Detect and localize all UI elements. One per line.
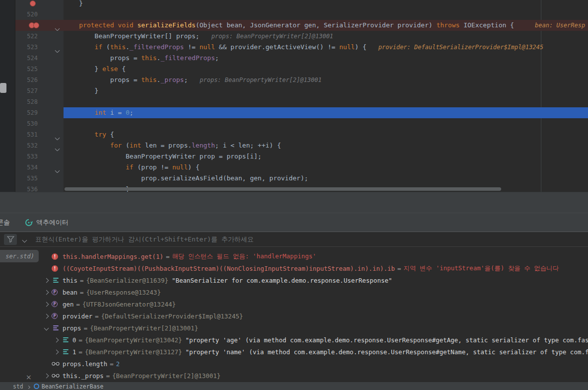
tab-actuator-label: 액추에이터 [36,218,68,227]
variable-row[interactable]: 0={BeanPropertyWriter@13042}"property 'a… [0,334,588,346]
breakpoint-icon[interactable] [30,0,36,6]
expand-chevron-icon[interactable] [55,350,62,354]
variable-row[interactable]: props={BeanPropertyWriter[2]@13001} [0,322,588,334]
code-line-text[interactable]: for (int len = props.length; i < len; ++… [64,140,588,151]
expand-chevron-icon[interactable] [55,338,62,342]
breadcrumb-class[interactable]: BeanSerializerBase [42,383,104,390]
variable-value: 2 [116,360,120,368]
code-line-text[interactable] [64,9,588,20]
editor-line: 524 props = this._filteredProps; [0,53,588,64]
code-line-text[interactable]: if (prop != null) { [64,162,588,173]
variable-row[interactable]: 1={BeanPropertyWriter@13127}"property 'n… [0,346,588,358]
horizontal-scrollbar[interactable] [65,187,501,191]
editor-line: 523 if (this._filteredProps != null && p… [0,42,588,53]
equals-sign: = [79,348,83,356]
breadcrumb-package[interactable]: std [13,383,23,390]
breadcrumb-bar: std BeanSerializerBase [0,382,588,390]
error-message: 지역 변수 'inputStream'을(를) 찾을 수 없습니다 [403,264,559,273]
variable-ref: {BeanPropertyWriter@13042} [85,336,182,344]
variable-string: "property 'name' (via method com.example… [186,348,588,356]
param-icon: P [52,301,58,307]
error-message: 해당 인스턴스 필드 없음: 'handlerMappings' [172,252,317,261]
variable-row[interactable]: Pgen={UTF8JsonGenerator@13244} [0,298,588,310]
fold-chevron-icon[interactable] [56,23,62,29]
variable-ref: {UTF8JsonGenerator@13244} [82,301,176,308]
code-line-text[interactable]: if (this._filteredProps != null && provi… [64,42,588,53]
variable-ref: {BeanPropertyWriter[2]@13001} [90,324,198,332]
error-icon: ! [52,265,58,272]
param-icon: P [52,313,58,319]
variable-row[interactable]: !this.handlerMappings.get(1)=해당 인스턴스 필드 … [0,250,588,262]
expand-chevron-icon[interactable] [45,314,52,318]
stripe-scroll-thumb[interactable] [0,83,6,93]
equals-sign: = [80,289,84,296]
editor-line: protected void serializeFields(Object be… [0,20,588,31]
variable-name: this._props [63,372,104,380]
equals-sign: = [166,253,170,260]
expand-chevron-icon[interactable] [45,303,52,306]
variable-name: this.handlerMappings.get(1) [63,253,163,260]
code-line-text[interactable]: BeanPropertyWriter[] props;props: BeanPr… [64,31,588,42]
code-line-text[interactable]: props = this._props;props: BeanPropertyW… [64,75,588,85]
frame-context-pill[interactable]: ser.std) [0,250,39,262]
variable-row[interactable]: Pbean={UserResponse@13243} [0,286,588,298]
variable-ref: {BeanPropertyWriter[2]@13001} [112,372,220,380]
fold-chevron-icon[interactable] [56,165,62,171]
equals-sign: = [84,324,88,332]
code-line-text[interactable] [64,118,588,129]
glasses-icon [52,373,60,378]
variables-panel: !this.handlerMappings.get(1)=해당 인스턴스 필드 … [0,247,588,385]
param-icon: P [52,289,58,295]
code-line-text[interactable]: try { [64,129,588,140]
editor-line: 520 [0,9,588,20]
variable-row[interactable]: props.length=2 [0,358,588,370]
editor-rows: }520 protected void serializeFields(Obje… [0,0,588,192]
equals-sign: = [95,312,99,320]
editor-line: 533 BeanPropertyWriter prop = props[i]; [0,151,588,162]
expand-chevron-icon[interactable] [45,374,52,378]
variable-row[interactable]: this._props={BeanPropertyWriter[2]@13001… [0,370,588,382]
code-line-text[interactable]: prop.serializeAsField(bean, gen, provide… [64,173,588,184]
editor-line: 532 for (int len = props.length; i < len… [0,140,588,151]
code-line-text[interactable]: BeanPropertyWriter prop = props[i]; [64,151,588,162]
variable-string: "property 'age' (via method com.example.… [186,336,588,344]
editor-line: 528 [0,96,588,107]
variable-row[interactable]: this={BeanSerializer@11639}"BeanSerializ… [0,274,588,286]
code-line-text[interactable]: } else { [64,64,588,75]
watch-placeholder[interactable]: 표현식(Enter)을 평가하거나 감시(Ctrl+Shift+Enter)를 … [35,235,254,244]
fold-chevron-icon[interactable] [56,143,62,149]
inline-debug-hint: props: BeanPropertyWriter[2]@13001 [211,33,333,40]
collapse-chevron-icon[interactable] [45,326,52,330]
fold-chevron-icon[interactable] [56,132,62,138]
close-icon[interactable]: × [26,373,32,381]
code-line-text[interactable]: int i = 0; [64,107,588,118]
variable-ref: {BeanSerializer@11639} [86,277,169,284]
method-breakpoint-icon[interactable] [28,20,40,31]
variable-ref: {UserResponse@13243} [86,289,161,296]
inline-debug-hint: provider: DefaultSerializerProvider$Impl… [379,44,543,51]
variable-ref: {BeanPropertyWriter@13127} [85,348,182,356]
watch-expression-bar[interactable]: 표현식(Enter)을 평가하거나 감시(Ctrl+Shift+Enter)를 … [0,232,588,247]
tab-console[interactable]: 콘솔 [0,218,13,227]
chevron-down-icon[interactable] [23,234,26,244]
variable-row[interactable]: !((CoyoteInputStream)((PushbackInputStre… [0,262,588,274]
code-line-text[interactable]: } [64,0,588,9]
code-line-text[interactable]: } [64,85,588,96]
variable-row[interactable]: Pprovider={DefaultSerializerProvider$Imp… [0,310,588,322]
code-line-text[interactable]: props = this._filteredProps; [64,53,588,64]
variable-name: props.length [63,360,107,368]
variable-ref: {DefaultSerializerProvider$Impl@13245} [101,312,243,320]
code-editor[interactable]: }520 protected void serializeFields(Obje… [0,0,588,192]
filter-icon[interactable] [4,234,17,245]
variable-name: ((CoyoteInputStream)((PushbackInputStrea… [63,265,395,272]
chevron-right-icon [27,383,30,390]
code-line-text[interactable]: protected void serializeFields(Object be… [64,20,588,31]
variable-name: this [63,277,77,284]
expand-chevron-icon[interactable] [45,291,52,294]
code-line-text[interactable] [64,96,588,107]
tab-actuator[interactable]: 액추에이터 [22,218,71,227]
actuator-icon [25,219,33,227]
fold-chevron-icon[interactable] [56,45,62,51]
expand-chevron-icon[interactable] [45,279,52,282]
class-icon [34,384,39,389]
